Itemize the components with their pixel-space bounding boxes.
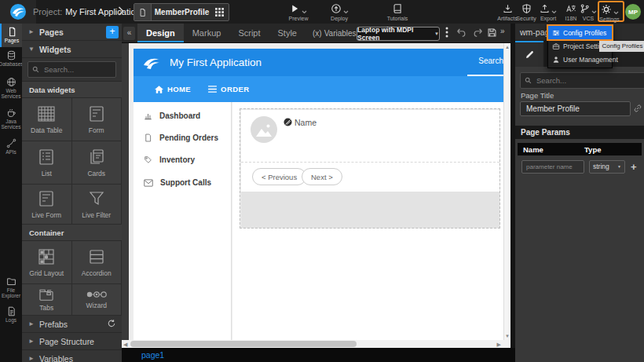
chevron-down-icon[interactable] [613,11,619,15]
app-side-menu: Dashboard Pending Orders Inventory Suppo… [134,102,232,340]
redo-icon[interactable] [473,27,484,38]
variables-section-header[interactable]: ► Variables [22,350,122,362]
sidebar-item-apis[interactable]: APIs [0,138,22,155]
next-button[interactable]: Next > [302,168,342,185]
chevron-down-icon[interactable] [343,10,349,14]
prefabs-section-header[interactable]: ► Prefabs [22,316,122,333]
settings-button[interactable]: Settings [598,3,621,22]
collapse-panel-button[interactable]: « [123,27,135,40]
export-icon [540,3,550,14]
tab-markup[interactable]: Markup [184,24,230,42]
wavemaker-logo[interactable] [0,0,36,24]
widget-form[interactable]: Form [72,98,123,141]
deploy-button[interactable]: Deploy [324,2,355,21]
cards-icon [88,148,105,166]
name-field-label[interactable]: Name [295,118,317,127]
canvas-vertical-scrollbar[interactable]: ▲ ▼ [503,43,510,340]
widget-live-form[interactable]: Live Form [22,185,72,225]
chevron-right-icon: ► [28,320,35,327]
canvas-toolbar: « Design Markup Script Style (x) Variabl… [122,24,510,43]
expand-panel-button[interactable]: » [500,27,505,35]
pages-section-header[interactable]: ► Pages + [22,24,122,41]
scroll-down-icon[interactable]: ▼ [505,334,510,338]
properties-panel: wm-page: Page Title Page Params Name Typ… [515,24,644,362]
undo-icon[interactable] [456,27,467,38]
menu-item-inventory[interactable]: Inventory [144,155,195,164]
save-icon[interactable] [487,27,497,38]
chevron-right-icon: ► [28,338,35,345]
previous-button[interactable]: < Previous [252,168,306,185]
widget-wizard[interactable]: Wizard [72,284,123,316]
scroll-up-icon[interactable]: ▲ [505,45,510,49]
sidebar-item-java-services[interactable]: Java Services [0,108,22,130]
search-icon [32,66,39,73]
tab-edit[interactable] [515,41,543,67]
api-icon [6,138,16,148]
scrollbar-thumb[interactable] [130,341,357,347]
vcs-label: VCS [583,16,594,21]
tutorials-label: Tutorials [387,16,408,21]
chevron-down-icon[interactable] [591,10,597,14]
properties-search-input[interactable] [535,75,643,86]
file-icon [134,4,152,20]
refresh-icon[interactable] [107,319,116,328]
log-icon [6,306,16,316]
widget-grid-layout[interactable]: Grid Layout [22,241,72,284]
add-param-button[interactable]: + [631,161,637,173]
bind-property-icon[interactable] [633,104,642,113]
page-params-section-header[interactable]: Page Params [515,126,644,139]
param-type-select[interactable]: string ▼ [589,160,625,174]
sidebar-item-logs[interactable]: Logs [0,306,22,323]
menu-item-pending-orders[interactable]: Pending Orders [144,133,218,142]
widget-cards[interactable]: Cards [72,141,123,185]
page-selector[interactable]: MemberProfile [134,3,229,21]
nav-home[interactable]: HOME [155,85,191,93]
tutorials-button[interactable]: Tutorials [382,2,413,21]
picture-icon [255,122,273,137]
preview-button[interactable]: Preview [283,2,314,21]
params-table-header: Name Type [518,143,642,155]
tab-script[interactable]: Script [229,24,269,42]
page-structure-section-header[interactable]: ► Page Structure [22,333,122,350]
canvas-horizontal-scrollbar[interactable]: ◀ ▶ [122,340,510,348]
scroll-right-icon[interactable]: ▶ [497,341,501,348]
chevron-down-icon[interactable] [302,10,307,14]
user-avatar[interactable]: MP [625,4,641,20]
page-title-input[interactable] [520,101,631,116]
tab-style[interactable]: Style [269,24,306,42]
device-select[interactable]: Laptop with MDPI Screen ▼ [357,27,440,41]
nav-order[interactable]: ORDER [208,85,249,93]
list-widget[interactable]: Name < Previous Next > [240,108,500,229]
widgets-section-header[interactable]: ▼ Widgets [22,41,122,58]
caret-down-icon: ▼ [434,31,439,36]
add-page-button[interactable]: + [106,26,119,38]
sidebar-item-file-explorer[interactable]: File Explorer [0,276,22,298]
param-name-input[interactable] [521,160,584,174]
sidebar-item-web-services[interactable]: Web Services [0,77,22,99]
sliders-icon [552,29,560,37]
widget-live-filter[interactable]: Live Filter [72,185,123,225]
sidebar-item-pages[interactable]: Pages [0,24,22,47]
list-item[interactable]: Name [241,110,499,163]
kebab-menu-icon[interactable] [445,26,448,38]
menu-item-user-management[interactable]: User Management [548,53,612,66]
tab-design[interactable]: Design [137,24,184,42]
menu-item-config-profiles[interactable]: Config Profiles [548,26,612,39]
sidebar-item-databases[interactable]: Databases [0,50,22,67]
widget-search-input[interactable] [42,64,112,75]
scroll-left-icon[interactable]: ◀ [123,341,127,348]
menu-item-dashboard[interactable]: Dashboard [144,112,200,120]
widget-tabs[interactable]: Tabs [22,284,72,316]
image-placeholder[interactable] [251,116,277,143]
widget-list[interactable]: List [22,141,72,185]
page-tab[interactable]: page1 [141,350,164,360]
grid-icon[interactable] [212,8,229,16]
document-icon [144,133,152,142]
menu-item-support-calls[interactable]: Support Calls [144,178,211,187]
funnel-icon [88,190,105,207]
app-search-link[interactable]: Search [478,57,503,65]
person-icon [552,56,560,64]
widget-search [22,58,122,82]
widget-accordion[interactable]: Accordion [72,241,123,284]
widget-data-table[interactable]: Data Table [22,98,72,141]
